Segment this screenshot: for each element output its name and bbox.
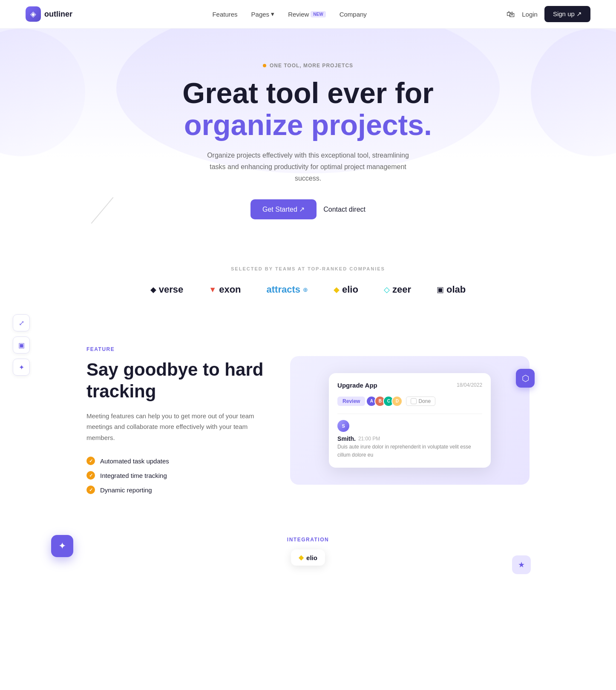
message-avatar: S: [337, 420, 349, 432]
nav-actions: 🛍 Login Sign up ↗: [507, 6, 590, 22]
list-item-label: Dynamic reporting: [100, 486, 152, 494]
brand-olab: ▣ olab: [437, 284, 466, 295]
nav-link-pages[interactable]: Pages ▾: [251, 10, 275, 18]
sidebar-icon-layout[interactable]: ▣: [13, 336, 30, 354]
nav-link-review[interactable]: Review New: [288, 11, 326, 18]
hero-title-line2: organize projects.: [159, 109, 457, 141]
hero-bg-right: [531, 29, 616, 156]
sidebar-icon-expand[interactable]: ⤢: [13, 314, 30, 331]
msg-text: Duis aute irure dolor in reprehenderit i…: [337, 443, 482, 459]
brand-elio: ◆ elio: [334, 284, 358, 295]
nav-links: Features Pages ▾ Review New Company: [212, 10, 366, 18]
nav-link-company[interactable]: Company: [340, 11, 367, 18]
feature-tag: FEATURE: [86, 346, 265, 352]
brand-zeer: ◇ zeer: [384, 284, 411, 295]
msg-user: Smith. 21:00 PM: [337, 435, 482, 442]
msg-time: 21:00 PM: [358, 436, 380, 442]
get-started-button[interactable]: Get Started ↗: [250, 199, 317, 219]
app-card-date: 18/04/2022: [457, 382, 482, 388]
brand-olab-name: olab: [446, 284, 466, 295]
app-card-message: S Smith. 21:00 PM Duis aute irure dolor …: [337, 414, 482, 459]
tag-review: Review: [337, 397, 365, 406]
login-button[interactable]: Login: [522, 11, 538, 18]
app-card-title: Upgrade App: [337, 382, 377, 389]
elio-center-label: elio: [306, 554, 317, 561]
feature-left: FEATURE Say goodbye to hard tracking Mee…: [86, 346, 265, 494]
avatar: D: [391, 396, 403, 407]
logo-icon: ◈: [26, 6, 41, 22]
sidebar-icon-sparkle[interactable]: ✦: [13, 359, 30, 376]
feature-list: Automated task updates Integrated time t…: [86, 457, 265, 494]
avatars: A B C D: [368, 396, 403, 407]
signup-button[interactable]: Sign up ↗: [544, 6, 590, 22]
hero-section: ONE TOOL, MORE PROJETCS Great tool ever …: [0, 29, 616, 245]
integration-left-card[interactable]: ✦: [51, 535, 73, 557]
sidebar-panel: ⤢ ▣ ✦: [13, 314, 30, 376]
brand-zeer-name: zeer: [392, 284, 411, 295]
hero-bg-left: [0, 29, 85, 156]
brands-section: SELECTED BY TEAMS AT TOP-RANKED COMPANIE…: [0, 245, 616, 321]
list-item: Automated task updates: [86, 457, 265, 465]
app-card-header: Upgrade App 18/04/2022: [337, 382, 482, 389]
review-badge: New: [311, 11, 325, 17]
tag-done: Done: [406, 397, 435, 406]
hero-dot: [263, 64, 266, 67]
nav-link-features[interactable]: Features: [212, 11, 237, 18]
feature-section: FEATURE Say goodbye to hard tracking Mee…: [52, 321, 564, 520]
app-card-tags: Review A B C D Done: [337, 396, 482, 407]
feature-right: Upgrade App 18/04/2022 Review A B C D Do…: [290, 356, 530, 485]
brand-attracts: attracts ⊕: [267, 284, 308, 295]
verse-icon: ◆: [150, 285, 156, 294]
list-item: Dynamic reporting: [86, 486, 265, 494]
attracts-icon: ⊕: [303, 286, 308, 293]
logo[interactable]: ◈ outliner: [26, 6, 72, 22]
hero-title-line1: Great tool ever for: [159, 77, 457, 109]
hero-content: ONE TOOL, MORE PROJETCS Great tool ever …: [159, 63, 457, 219]
contact-direct-button[interactable]: Contact direct: [323, 206, 366, 213]
hero-eyebrow: ONE TOOL, MORE PROJETCS: [159, 63, 457, 69]
cart-icon[interactable]: 🛍: [507, 9, 515, 19]
olab-icon: ▣: [437, 285, 444, 294]
brand-attracts-name: attracts: [267, 284, 300, 295]
brand-exon: ▼ exon: [209, 284, 241, 295]
brand-verse: ◆ verse: [150, 284, 184, 295]
list-dot: [86, 471, 95, 480]
3d-button[interactable]: ⬡: [516, 369, 535, 388]
brand-elio-name: elio: [342, 284, 358, 295]
list-dot: [86, 457, 95, 465]
integration-section: INTEGRATION ✦ ◆ elio ★: [0, 520, 616, 591]
navbar: ◈ outliner Features Pages ▾ Review New C…: [0, 0, 616, 29]
hero-deco-line: [91, 197, 114, 224]
brands-row: ◆ verse ▼ exon attracts ⊕ ◆ elio ◇ zeer …: [26, 284, 590, 295]
chevron-down-icon: ▾: [271, 10, 274, 18]
integration-tag: INTEGRATION: [26, 537, 590, 543]
app-card: Upgrade App 18/04/2022 Review A B C D Do…: [329, 373, 491, 468]
brand-exon-name: exon: [219, 284, 241, 295]
elio-icon: ◆: [334, 285, 340, 294]
brands-label: SELECTED BY TEAMS AT TOP-RANKED COMPANIE…: [26, 266, 590, 271]
zeer-icon: ◇: [384, 285, 390, 294]
feature-desc: Meeting features can help you to get mor…: [86, 411, 265, 443]
logo-text: outliner: [44, 10, 72, 19]
hero-subtitle: Organize projects effectively with this …: [206, 150, 410, 184]
list-dot: [86, 486, 95, 494]
done-checkbox[interactable]: [411, 398, 417, 404]
list-item-label: Integrated time tracking: [100, 472, 167, 479]
list-item: Integrated time tracking: [86, 471, 265, 480]
exon-icon: ▼: [209, 285, 216, 294]
integration-center-card: ◆ elio: [291, 549, 325, 566]
brand-verse-name: verse: [159, 284, 184, 295]
elio-center-icon: ◆: [299, 554, 304, 561]
list-item-label: Automated task updates: [100, 457, 169, 465]
feature-title: Say goodbye to hard tracking: [86, 359, 265, 402]
integration-right-card: ★: [512, 555, 531, 574]
hero-buttons: Get Started ↗ Contact direct: [159, 199, 457, 219]
